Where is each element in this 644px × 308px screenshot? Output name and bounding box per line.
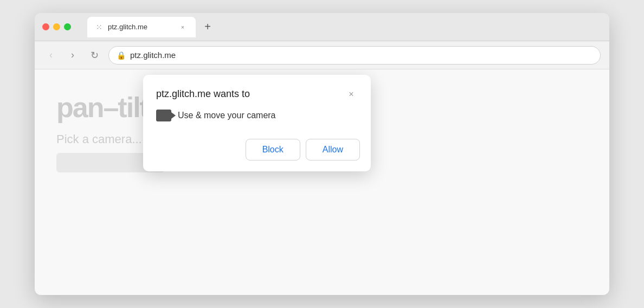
address-text: ptz.glitch.me [130,50,176,60]
lock-icon: 🔒 [117,51,126,60]
reload-icon: ↻ [91,49,99,61]
permission-text: Use & move your camera [178,111,276,120]
tab-close-button[interactable]: × [178,23,187,31]
back-button[interactable]: ‹ [43,48,59,63]
browser-window: ⁙ ptz.glitch.me × + ‹ › ↻ 🔒 ptz.glitch.m… [35,13,609,295]
close-button[interactable] [42,23,49,30]
address-bar-row: ‹ › ↻ 🔒 ptz.glitch.me [35,41,609,69]
forward-icon: › [71,49,74,61]
reload-button[interactable]: ↻ [87,48,102,63]
block-button[interactable]: Block [246,139,300,161]
dialog-overlay: ptz.glitch.me wants to × Use & move your… [35,69,609,295]
tab-drag-icon: ⁙ [96,23,102,31]
dialog-title: ptz.glitch.me wants to [156,88,250,100]
camera-icon [156,110,171,121]
forward-button[interactable]: › [65,48,80,63]
dialog-header: ptz.glitch.me wants to × [143,75,371,110]
allow-button[interactable]: Allow [306,139,360,161]
tab-title: ptz.glitch.me [108,23,173,31]
dialog-close-button[interactable]: × [345,88,358,101]
tab-bar: ⁙ ptz.glitch.me × + [87,17,602,37]
maximize-button[interactable] [64,23,71,30]
dialog-footer: Block Allow [143,132,371,171]
title-bar: ⁙ ptz.glitch.me × + [35,13,609,41]
traffic-lights [42,23,71,30]
new-tab-button[interactable]: + [200,20,215,35]
dialog-body: Use & move your camera [143,110,371,132]
minimize-button[interactable] [53,23,60,30]
permission-dialog: ptz.glitch.me wants to × Use & move your… [143,75,371,171]
address-bar[interactable]: 🔒 ptz.glitch.me [108,46,601,65]
page-content: pan–tilt Pick a camera... ptz.glitch.me … [35,69,609,295]
back-icon: ‹ [49,49,53,61]
active-tab[interactable]: ⁙ ptz.glitch.me × [87,17,196,37]
